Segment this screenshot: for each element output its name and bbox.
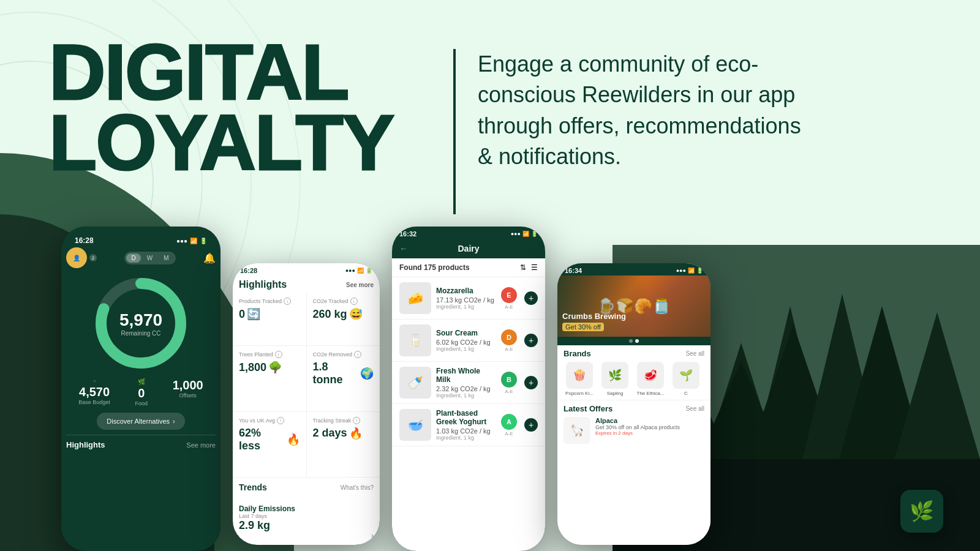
phone-dairy: 16:32 ●●●📶🔋 ← Dairy Found 175 products [392,227,545,551]
offer-alpaca[interactable]: 🦙 Alpaca Get 30% off on all Alpaca produ… [564,417,704,444]
svg-marker-8 [698,361,784,459]
brand-sapling[interactable]: 🌿 Sapling [599,362,631,396]
product-whole-milk-image: 🍼 [399,367,431,399]
product-sour-cream[interactable]: 🥛 Sour Cream 6.02 kg CO2e / kg Ingredien… [392,320,545,362]
rewild-floating-button[interactable]: 🌿 [900,490,943,533]
grade-badge-a: A [501,414,517,430]
dot-2[interactable] [635,339,639,343]
rewild-icon: 🌿 [910,500,934,523]
phone3-subheader: Found 175 products ⇅ ☰ [392,258,545,277]
tab-monthly[interactable]: M [159,253,173,263]
title-line2: LOYALTY [49,107,429,178]
brands-section: Brands See all 🍿 Popcorn Ki... 🌿 Sapling [557,345,710,400]
offer-alpaca-image: 🦙 [564,417,590,444]
title-line1: DIGITAL [49,37,429,107]
svg-marker-7 [704,343,778,459]
phone1-status-icons: ●●● 📶 🔋 [176,238,207,244]
dot-1[interactable] [629,339,633,343]
tab-weekly[interactable]: W [142,253,157,263]
phone1-stats: ○ 4,570 Base Budget 🌿 0 Food 1,000 Offse… [66,378,216,407]
product-sour-cream-image: 🥛 [399,324,431,356]
phone1-highlights-bar: Highlights See more [66,435,216,449]
phone1-bell-icon[interactable]: 🔔 [203,252,216,264]
svg-marker-9 [753,306,827,459]
title-area: DIGITAL LOYALTY [49,37,429,178]
discover-alternatives-button[interactable]: Discover Alternatives › [97,413,184,430]
product-sour-cream-info: Sour Cream 6.02 kg CO2e / kg Ingredient,… [436,329,496,352]
phone3-header: ← Dairy [392,239,545,258]
phone1-donut-text: 5,970 Remaining CC [119,310,162,337]
phone2-header: Highlights See more [233,276,380,293]
product-whole-milk[interactable]: 🍼 Fresh Whole Milk 2.32 kg CO2e / kg Ing… [392,362,545,404]
offers-section: Latest Offers See all 🦙 Alpaca Get 30% o… [557,400,710,545]
cell-products-tracked: Products Tracked i 0 🔄 [233,293,306,345]
product-greek-yoghurt-image: 🥣 [399,409,431,441]
banner-content: Crumbs Brewing Get 30% off [562,312,626,332]
phone-highlights: 16:28 ●●●📶🔋 Highlights See more [233,263,380,545]
daily-emissions-row[interactable]: Daily Emissions Last 7 days 2.9 kg [239,496,374,540]
brand-other[interactable]: 🌱 C [670,362,702,396]
add-mozzarella-button[interactable]: + [524,291,538,305]
phones-container: 16:28 ●●● 📶 🔋 👤 2 [61,227,710,551]
emissions-bar-chart [363,498,374,529]
product-whole-milk-info: Fresh Whole Milk 2.32 kg CO2e / kg Ingre… [436,367,496,399]
stat-base-budget: ○ 4,570 Base Budget [78,378,110,407]
phone1-screen: 16:28 ●●● 📶 🔋 👤 2 [61,227,221,551]
phone2-trends: Trends What's this? Daily Emissions Last… [233,477,380,545]
phone1-avatar: 👤 [66,247,87,268]
phone2-highlights-grid: Products Tracked i 0 🔄 CO2e Tracked [233,293,380,477]
cell-tracking-streak: Tracking Streak i 2 days 🔥 [307,412,380,477]
product-mozzarella-image: 🧀 [399,282,431,314]
svg-marker-13 [894,312,980,459]
grade-badge-b: B [501,372,517,388]
tab-daily[interactable]: D [126,253,140,263]
daily-emissions-chevron: › [371,531,374,540]
stat-offsets: 1,000 Offsets [173,378,203,407]
phone1-topbar: 👤 2 D W M 🔔 [66,247,216,268]
product-mozzarella-info: Mozzarella 17.13 kg CO2e / kg Ingredient… [436,287,496,310]
add-greek-yoghurt-button[interactable]: + [524,418,538,432]
phone1-statusbar: 16:28 ●●● 📶 🔋 [66,231,216,247]
product-mozzarella[interactable]: 🧀 Mozzarella 17.13 kg CO2e / kg Ingredie… [392,277,545,320]
back-button[interactable]: ← [399,244,408,253]
svg-marker-10 [747,324,839,459]
stat-food: 🌿 0 Food [135,378,148,407]
main-title: DIGITAL LOYALTY [49,37,429,178]
brand-ethical-butcher[interactable]: 🥩 The Ethica... [635,362,666,396]
cell-trees-planted: Trees Planted i 1,800 🌳 [233,346,306,411]
phone1-tabs[interactable]: D W M [124,252,175,264]
phone-dashboard: 16:28 ●●● 📶 🔋 👤 2 [61,227,221,551]
brand-popcorn[interactable]: 🍿 Popcorn Ki... [564,362,595,396]
phone4-screen: 16:34 ●●●📶🔋 🍺🍞🥐🫙 Crumbs Brewing [557,263,710,545]
add-whole-milk-button[interactable]: + [524,376,538,389]
phone2-screen: 16:28 ●●●📶🔋 Highlights See more [233,263,380,545]
phone-brands: 16:34 ●●●📶🔋 🍺🍞🥐🫙 Crumbs Brewing [557,263,710,545]
cell-co2e-removed: CO2e Removed i 1.8 tonne 🌍 [307,346,380,411]
grade-badge-e: E [501,287,517,303]
cell-co2e-tracked: CO2e Tracked i 260 kg 😅 [307,293,380,345]
phone1-donut-container: 5,970 Remaining CC [66,274,216,372]
cell-you-vs-uk: You vs UK Avg i 62% less 🔥 [233,412,306,477]
brands-list: 🍿 Popcorn Ki... 🌿 Sapling 🥩 The Ethica..… [564,362,704,396]
filter-icon[interactable]: ☰ [531,263,538,272]
banner-carousel-dots [557,337,710,345]
phone3-screen: 16:32 ●●●📶🔋 ← Dairy Found 175 products [392,227,545,551]
sort-icon[interactable]: ⇅ [520,263,526,272]
product-greek-yoghurt-info: Plant-based Greek Yoghurt 1.03 kg CO2e /… [436,409,496,441]
crumbs-brewing-banner[interactable]: 🍺🍞🥐🫙 Crumbs Brewing Get 30% off [557,276,710,337]
tagline-text: Engage a community of eco-conscious Reew… [478,49,821,173]
svg-marker-11 [802,294,882,459]
svg-marker-12 [839,306,925,459]
section-divider [453,49,456,214]
phone1-donut: 5,970 Remaining CC [92,274,190,372]
add-sour-cream-button[interactable]: + [524,334,538,347]
product-greek-yoghurt[interactable]: 🥣 Plant-based Greek Yoghurt 1.03 kg CO2e… [392,404,545,446]
grade-badge-d: D [501,329,517,345]
